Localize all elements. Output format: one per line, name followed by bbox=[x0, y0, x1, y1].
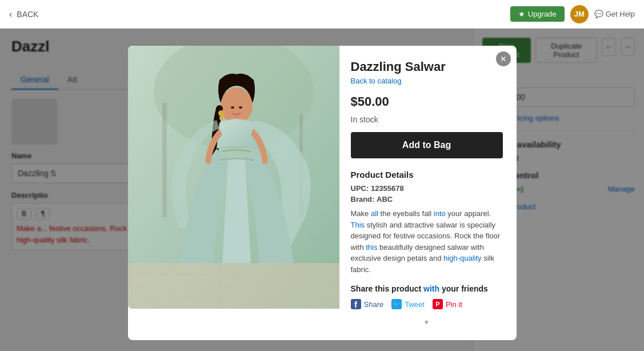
share-facebook-button[interactable]: f Share bbox=[351, 299, 384, 309]
svg-point-14 bbox=[219, 115, 223, 121]
upgrade-star-icon: ★ bbox=[518, 10, 525, 18]
modal-brand-row: Brand: ABC bbox=[351, 195, 503, 204]
desc-link-this2[interactable]: this bbox=[366, 243, 377, 252]
upgrade-button[interactable]: ★ Upgrade bbox=[510, 6, 565, 22]
pinterest-icon: P bbox=[433, 299, 443, 309]
chat-icon: 💬 bbox=[594, 10, 603, 18]
modal-info-section: Dazzling Salwar Back to catalog $50.00 I… bbox=[339, 46, 517, 340]
top-navigation: ‹ BACK ★ Upgrade JM 💬 Get Help bbox=[0, 0, 644, 29]
upc-label: UPC: bbox=[351, 184, 369, 193]
modal-stock-status: In stock bbox=[351, 115, 503, 124]
modal-image-section bbox=[128, 46, 339, 340]
modal-share-title: Share this product with your friends bbox=[351, 284, 503, 293]
modal-price: $50.00 bbox=[351, 94, 503, 109]
get-help-button[interactable]: 💬 Get Help bbox=[594, 10, 635, 18]
svg-rect-2 bbox=[162, 103, 167, 217]
upgrade-label: Upgrade bbox=[528, 10, 557, 18]
modal-upc-row: UPC: 12355678 bbox=[351, 184, 503, 193]
modal-share-buttons: f Share 🐦 Tweet P Pin it bbox=[351, 299, 503, 309]
svg-point-12 bbox=[221, 87, 253, 124]
share-twitter-label: Tweet bbox=[405, 300, 425, 309]
svg-point-16 bbox=[239, 106, 242, 109]
nav-left: ‹ BACK bbox=[9, 9, 38, 19]
share-pinterest-button[interactable]: P Pin it bbox=[433, 299, 462, 309]
modal-back-link[interactable]: Back to catalog bbox=[351, 77, 503, 85]
modal-details-title: Product Details bbox=[351, 170, 503, 180]
modal-description: Make all the eyeballs fall into your app… bbox=[351, 208, 503, 275]
modal-product-image bbox=[128, 46, 339, 309]
share-with-link[interactable]: with bbox=[423, 284, 439, 293]
back-label[interactable]: BACK bbox=[17, 10, 38, 19]
desc-link-high[interactable]: high-quality bbox=[443, 254, 482, 262]
product-preview-modal: ✕ bbox=[128, 46, 517, 340]
add-to-bag-button[interactable]: Add to Bag bbox=[351, 132, 503, 158]
modal-overlay: ✕ bbox=[0, 29, 644, 351]
modal-close-button[interactable]: ✕ bbox=[496, 51, 511, 66]
desc-link-all[interactable]: all bbox=[371, 209, 378, 218]
share-facebook-label: Share bbox=[364, 300, 384, 309]
nav-right: ★ Upgrade JM 💬 Get Help bbox=[510, 5, 635, 23]
facebook-icon: f bbox=[351, 299, 361, 309]
brand-label: Brand: bbox=[351, 195, 375, 204]
modal-product-title: Dazzling Salwar bbox=[351, 59, 503, 74]
back-arrow-icon: ‹ bbox=[9, 9, 12, 19]
avatar[interactable]: JM bbox=[570, 5, 589, 23]
desc-link-this[interactable]: This bbox=[351, 221, 365, 229]
brand-value: ABC bbox=[377, 195, 393, 204]
twitter-icon: 🐦 bbox=[391, 299, 402, 309]
scroll-indicator: ▼ bbox=[351, 318, 503, 326]
upc-value: 12355678 bbox=[371, 184, 404, 193]
main-content: Dazzl General Att Name Descriptio B ¶ Ma… bbox=[0, 29, 644, 351]
desc-link-into[interactable]: into bbox=[434, 209, 446, 218]
share-twitter-button[interactable]: 🐦 Tweet bbox=[391, 299, 425, 309]
share-pinterest-label: Pin it bbox=[446, 300, 462, 309]
svg-point-15 bbox=[231, 106, 234, 109]
